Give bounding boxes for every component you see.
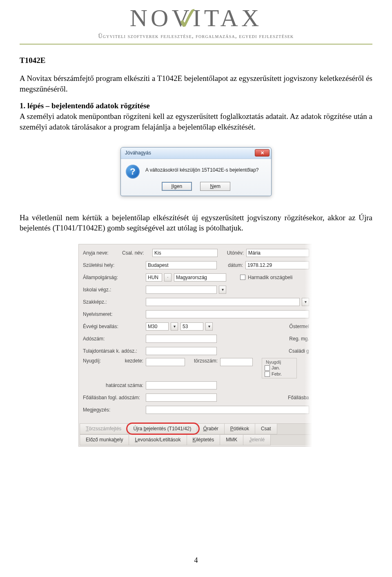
btn-elozo-munkahely[interactable]: Előző munkahelyElőző munkahely	[80, 435, 129, 445]
close-icon[interactable]: ✕	[255, 149, 270, 157]
label-torzsszam: törzsszám:	[187, 358, 218, 364]
label-tulajd: Tulajdontársak k. adósz.:	[83, 348, 143, 354]
input-iskolai[interactable]	[146, 286, 217, 294]
input-nyelv[interactable]	[146, 310, 309, 318]
legend-nyugdij: Nyugdíj	[265, 360, 282, 365]
label-nyelv: Nyelvismeret:	[83, 311, 143, 317]
label-jan: Jan.	[272, 365, 280, 371]
label-hatsz: határozat száma:	[83, 382, 143, 388]
btn-kileptetes[interactable]: KiléptetésKiléptetés	[187, 435, 220, 445]
label-nyugdij: Nyugdíj:	[83, 358, 111, 364]
chevron-down-icon[interactable]: ▾	[171, 322, 178, 331]
input-evvegi-b[interactable]: 53	[180, 322, 203, 331]
label-regmg: Reg. mg.	[289, 336, 309, 342]
followup-paragraph: Ha véletlenül nem kértük a bejelentőlap …	[20, 212, 372, 233]
label-anyja: Anyja neve:	[83, 250, 120, 256]
btn-potlekok[interactable]: PótlékokPótlékok	[224, 424, 255, 434]
personal-data-form: Anyja neve: Csal. név: Kis Utónév: Mária…	[78, 244, 314, 447]
input-szakkepz[interactable]	[146, 298, 300, 306]
question-icon: ?	[126, 165, 140, 179]
input-foall[interactable]	[146, 394, 217, 402]
confirmation-dialog: Jóváhagyás ✕ ? A változásokról készüljön…	[120, 147, 272, 196]
label-harmadik: Harmadik országbeli	[248, 275, 292, 280]
label-foallasba: Főállásba	[288, 395, 309, 400]
lookup-button[interactable]: ·	[164, 273, 172, 282]
label-foall: Főállásban fogl. adószám:	[83, 395, 143, 400]
btn-torzsszamfejtes[interactable]: TörzsszámfejtésTörzsszámfejtés	[80, 424, 127, 434]
page-number: 4	[0, 556, 392, 565]
input-utonev[interactable]: Mária	[246, 249, 309, 257]
input-adoszam[interactable]	[146, 335, 217, 343]
chevron-down-icon[interactable]: ▾	[302, 298, 309, 306]
section-title: T1042E	[20, 56, 372, 65]
chevron-down-icon[interactable]: ▾	[205, 322, 213, 331]
label-ostermel: Őstermel	[289, 324, 309, 329]
label-kezdete: kezdete:	[113, 358, 143, 364]
dialog-message: A változásokról készüljön 15T1042E-s bej…	[145, 165, 266, 173]
checkbox-harmadik[interactable]	[240, 275, 245, 280]
input-allampolg-name[interactable]: Magyarország	[174, 273, 226, 282]
label-szul-hely: Születési hely:	[83, 262, 143, 268]
highlight-ring	[126, 423, 200, 435]
intro-paragraph: A Novitax bérszámfejtő program elkészíti…	[20, 73, 372, 94]
input-datum[interactable]: 1978.12.29	[245, 261, 309, 269]
btn-levonasok[interactable]: Levonások/LetiltásokLevonások/Letiltások	[129, 435, 187, 445]
input-evvegi-a[interactable]: M30	[146, 322, 169, 331]
logo-checkmark-icon: ✓	[173, 0, 203, 38]
step-paragraph: A személyi adatok menüpontban rögzíteni …	[20, 111, 372, 132]
checkbox-febr[interactable]	[265, 371, 270, 377]
no-button[interactable]: NemNem	[200, 182, 230, 191]
input-kezdete[interactable]	[146, 358, 185, 366]
btn-jelenle[interactable]: JelenléJelenlé	[243, 435, 271, 445]
label-febr: Febr.	[272, 371, 282, 377]
label-evvegi: Évvégi bevallás:	[83, 324, 143, 329]
dialog-title: Jóváhagyás	[125, 150, 151, 156]
input-csal-nev[interactable]: Kis	[152, 249, 218, 257]
label-csaladi: Családi g	[289, 348, 309, 354]
input-torzsszam[interactable]	[220, 358, 253, 366]
label-utonev: Utónév:	[220, 250, 244, 256]
btn-csat[interactable]: Csat	[255, 424, 277, 434]
header-rule	[20, 44, 372, 45]
label-megj: Megjegyzés:	[83, 407, 143, 413]
label-adoszam: Adószám:	[83, 336, 143, 342]
label-iskolai: Iskolai végz.:	[83, 287, 143, 293]
input-allampolg-code[interactable]: HUN	[146, 273, 162, 282]
checkbox-jan[interactable]	[265, 365, 270, 371]
input-megj[interactable]	[146, 406, 309, 414]
label-allampolg: Állampolgárság:	[83, 275, 143, 280]
label-datum: dátum:	[219, 262, 243, 268]
input-tulajd[interactable]	[146, 347, 217, 355]
button-bar-2: Előző munkahelyElőző munkahely Levonások…	[80, 434, 312, 445]
btn-oraber[interactable]: ÓrabérÓrabér	[197, 424, 224, 434]
chevron-down-icon[interactable]: ▾	[219, 286, 226, 294]
yes-button[interactable]: IIgenIgen	[162, 182, 192, 191]
input-hatsz[interactable]	[146, 381, 217, 389]
label-csal-nev: Csal. név:	[122, 250, 150, 256]
label-szakkepz: Szakképz.:	[83, 299, 143, 305]
btn-mmk[interactable]: MMK	[220, 435, 243, 445]
input-szul-hely[interactable]: Budapest	[146, 261, 217, 269]
header-logo: NOVITAX ✓ Ügyviteli szoftverek fejleszté…	[20, 4, 372, 40]
step-heading: 1. lépés – bejelentendő adatok rögzítése	[20, 101, 372, 110]
